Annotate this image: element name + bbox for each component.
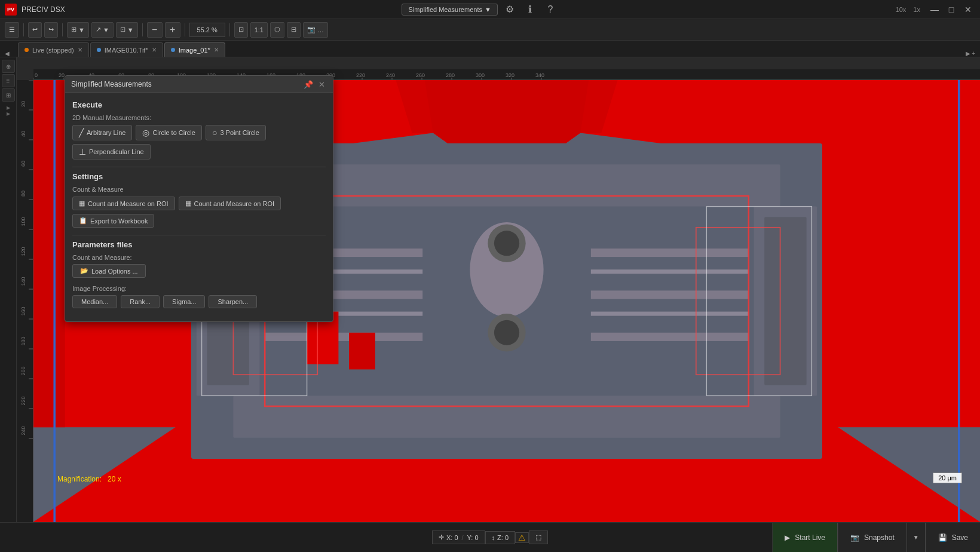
snapshot-dots: … xyxy=(317,26,324,33)
toolbar: ☰ ↩ ↪ ⊞ ▼ ↗ ▼ ⊡ ▼ − + ⊡ 1:1 ⬡ ⊟ 📷 … xyxy=(0,19,980,41)
tabs-add[interactable]: + xyxy=(972,50,975,57)
scale-bar: 20 μm xyxy=(933,473,962,483)
undo-icon: ↩ xyxy=(32,26,38,33)
svg-text:300: 300 xyxy=(476,72,485,78)
split-btn[interactable]: ⊟ xyxy=(287,22,301,38)
median-btn[interactable]: Median... xyxy=(72,295,117,308)
redo-icon: ↪ xyxy=(48,26,54,33)
panel-header: Simplified Measurements 📌 ✕ xyxy=(65,76,333,93)
arbitrary-line-btn[interactable]: ╱ Arbitrary Line xyxy=(72,125,132,140)
panel-pin-btn[interactable]: 📌 xyxy=(303,79,314,90)
tab-image010[interactable]: IMAGE010.Tif* ✕ xyxy=(90,42,163,57)
svg-text:240: 240 xyxy=(20,426,26,435)
svg-text:20: 20 xyxy=(59,72,65,78)
parameters-section: Parameters files Count and Measure: 📂 Lo… xyxy=(72,240,326,308)
tab-close-image010[interactable]: ✕ xyxy=(152,47,157,53)
close-btn[interactable]: ✕ xyxy=(961,2,975,17)
count-measure-roi-btn-2[interactable]: ▦ Count and Measure on ROI xyxy=(179,197,281,210)
z-coord-label: Z: 0 xyxy=(497,534,509,541)
circle-to-circle-btn[interactable]: ◎ Circle to Circle xyxy=(136,125,202,140)
svg-point-21 xyxy=(494,320,519,345)
panel-title: Simplified Measurements xyxy=(71,80,152,88)
tab-dot-live xyxy=(24,48,29,52)
y-coord-label: Y: 0 xyxy=(467,534,479,541)
svg-rect-27 xyxy=(591,249,749,257)
count-measure-roi-btn-1[interactable]: ▦ Count and Measure on ROI xyxy=(72,197,175,210)
left-icon-1[interactable]: ⊕ xyxy=(2,60,15,73)
sharpen-btn[interactable]: Sharpen... xyxy=(209,295,257,308)
export-workbook-btn[interactable]: 📋 Export to Workbook xyxy=(72,214,154,228)
fit-width-btn[interactable]: ⬡ xyxy=(270,22,284,38)
perpendicular-line-btn[interactable]: ⊥ Perpendicular Line xyxy=(72,144,151,160)
tab-image01[interactable]: Image_01* ✕ xyxy=(164,42,225,57)
simplified-measurements-btn[interactable]: Simplified Measurements ▼ xyxy=(402,4,497,16)
svg-text:40: 40 xyxy=(20,131,26,137)
fit-width-icon: ⬡ xyxy=(274,26,280,33)
warning-icon: ⚠ xyxy=(518,533,526,542)
tab-dot-image01 xyxy=(171,48,175,52)
layout-btn[interactable]: ⊡ ▼ xyxy=(116,22,138,38)
svg-text:240: 240 xyxy=(386,72,395,78)
info-icon-btn[interactable]: ℹ xyxy=(522,1,538,18)
tab-label-live: Live (stopped) xyxy=(32,47,74,54)
tab-live[interactable]: Live (stopped) ✕ xyxy=(18,42,89,57)
export-btn[interactable]: ↗ ▼ xyxy=(91,22,114,38)
count-measure-files-label: Count and Measure: xyxy=(72,254,326,261)
minimize-btn[interactable]: — xyxy=(927,2,942,17)
grid-btn[interactable]: ⊞ ▼ xyxy=(67,22,89,38)
panel-close-btn[interactable]: ✕ xyxy=(316,79,327,90)
sigma-btn[interactable]: Sigma... xyxy=(163,295,205,308)
zoom-in-btn[interactable]: + xyxy=(165,22,180,38)
undo-btn[interactable]: ↩ xyxy=(28,22,42,38)
svg-text:100: 100 xyxy=(20,217,26,226)
toolbar-sep-5 xyxy=(229,23,230,36)
chevron-down-icon: ▼ xyxy=(913,534,919,541)
three-point-circle-btn[interactable]: ○ 3 Point Circle xyxy=(206,125,266,140)
main-area: ⊕ ≡ ⊞ ▶ ▶ xyxy=(0,57,980,522)
snapshot-dropdown-btn[interactable]: ▼ xyxy=(906,523,925,553)
titlebar-left: PV PRECIV DSX xyxy=(5,4,65,16)
count-icon-1: ▦ xyxy=(79,200,85,207)
tabs-right-arrow[interactable]: ▶ xyxy=(966,50,970,57)
arbitrary-line-icon: ╱ xyxy=(79,128,84,137)
zoom-input[interactable] xyxy=(189,23,225,37)
snapshot-icon: 📷 xyxy=(307,26,316,33)
zoom-10x-label: 10x xyxy=(896,6,906,13)
load-icon: 📂 xyxy=(80,267,88,275)
play-icon: ▶ xyxy=(785,533,790,542)
capture-btn[interactable]: ⬚ xyxy=(529,530,548,544)
start-live-btn[interactable]: ▶ Start Live xyxy=(772,523,837,553)
svg-rect-26 xyxy=(265,333,422,341)
expand-icon[interactable]: ▶ ▶ xyxy=(7,105,10,116)
tabs-menu[interactable]: ◀ xyxy=(5,50,17,57)
zoom-out-btn[interactable]: − xyxy=(147,22,163,38)
rank-btn[interactable]: Rank... xyxy=(121,295,160,308)
help-icon-btn[interactable]: ? xyxy=(542,1,559,18)
action-btn-group: ▶ Start Live 📷 Snapshot ▼ 💾 Save xyxy=(772,523,980,553)
left-icon-2[interactable]: ≡ xyxy=(2,74,15,87)
save-btn[interactable]: 💾 Save xyxy=(926,523,980,553)
chevron-icon: ▼ xyxy=(78,26,85,33)
tab-close-live[interactable]: ✕ xyxy=(78,47,82,53)
execute-section-title: Execute xyxy=(72,100,326,109)
tab-close-image01[interactable]: ✕ xyxy=(214,47,219,53)
svg-rect-8 xyxy=(33,80,65,427)
fit-btn[interactable]: ⊡ xyxy=(234,22,248,38)
redo-btn[interactable]: ↪ xyxy=(44,22,58,38)
toolbar-sep-1 xyxy=(23,23,24,36)
crosshair-icon: ✛ xyxy=(439,533,444,541)
snapshot-btn[interactable]: 📷 Snapshot xyxy=(838,523,906,553)
settings-icon-btn[interactable]: ⚙ xyxy=(501,1,518,18)
load-options-btn[interactable]: 📂 Load Options ... xyxy=(72,264,146,278)
actual-size-btn[interactable]: 1:1 xyxy=(250,22,268,38)
left-icon-3[interactable]: ⊞ xyxy=(2,88,15,102)
svg-text:0: 0 xyxy=(35,72,38,78)
snapshot-toolbar-btn[interactable]: 📷 … xyxy=(303,22,328,38)
menu-btn[interactable]: ☰ xyxy=(5,22,19,38)
maximize-btn[interactable]: □ xyxy=(944,2,958,17)
svg-point-19 xyxy=(494,231,519,256)
layout-icon: ⊡ xyxy=(120,26,125,33)
capture-icon: ⬚ xyxy=(535,533,541,541)
svg-marker-40 xyxy=(391,80,622,133)
parameters-title: Parameters files xyxy=(72,240,326,249)
